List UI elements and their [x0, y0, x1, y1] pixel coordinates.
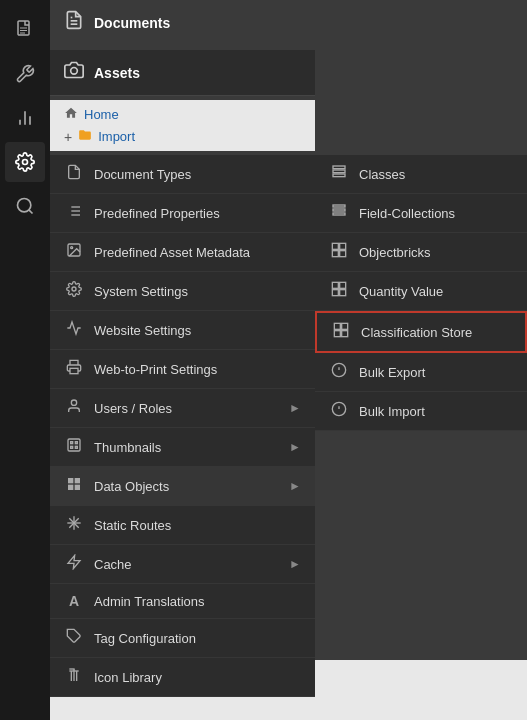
assets-nav[interactable]: Assets → — [50, 50, 360, 96]
breadcrumb-import-row: + Import — [50, 126, 360, 151]
svg-rect-45 — [333, 170, 345, 173]
sidebar-settings-icon[interactable] — [5, 142, 45, 182]
menu-item-predefined-asset-metadata[interactable]: Predefined Asset Metadata — [50, 233, 315, 272]
document-types-label: Document Types — [94, 167, 191, 182]
system-settings-label: System Settings — [94, 284, 188, 299]
svg-rect-61 — [342, 331, 348, 337]
svg-rect-22 — [70, 368, 78, 373]
content-area — [315, 0, 527, 155]
sidebar-search-icon[interactable] — [5, 186, 45, 226]
svg-rect-51 — [340, 243, 346, 249]
main-menu: Document Types Predefined Properties Pre… — [50, 155, 315, 697]
svg-rect-29 — [68, 478, 73, 483]
menu-item-static-routes[interactable]: Static Routes — [50, 506, 315, 545]
svg-rect-27 — [71, 446, 73, 448]
objectbricks-label: Objectbricks — [359, 245, 431, 260]
quantity-value-icon — [329, 281, 349, 301]
data-objects-icon — [64, 476, 84, 496]
sidebar-wrench-icon[interactable] — [5, 54, 45, 94]
sidebar-files-icon[interactable] — [5, 10, 45, 50]
svg-rect-53 — [340, 251, 346, 257]
menu-item-users-roles[interactable]: Users / Roles ► — [50, 389, 315, 428]
icon-library-label: Icon Library — [94, 670, 162, 685]
predefined-properties-label: Predefined Properties — [94, 206, 220, 221]
menu-item-data-objects[interactable]: Data Objects ► — [50, 467, 315, 506]
folder-icon — [78, 128, 92, 145]
data-objects-label: Data Objects — [94, 479, 169, 494]
field-collections-icon — [329, 203, 349, 223]
submenu-item-bulk-import[interactable]: Bulk Import — [315, 392, 527, 431]
svg-point-23 — [71, 400, 76, 405]
svg-rect-55 — [340, 282, 346, 288]
classes-label: Classes — [359, 167, 405, 182]
breadcrumb: Home — [50, 100, 360, 129]
classification-store-label: Classification Store — [361, 325, 472, 340]
admin-translations-label: Admin Translations — [94, 594, 205, 609]
static-routes-label: Static Routes — [94, 518, 171, 533]
static-routes-icon — [64, 515, 84, 535]
svg-rect-46 — [333, 174, 345, 177]
menu-item-website-settings[interactable]: Website Settings — [50, 311, 315, 350]
cache-icon — [64, 554, 84, 574]
admin-translations-icon: A — [64, 593, 84, 609]
bulk-import-label: Bulk Import — [359, 404, 425, 419]
svg-rect-26 — [75, 442, 77, 444]
svg-rect-30 — [75, 478, 80, 483]
svg-rect-60 — [334, 331, 340, 337]
documents-nav[interactable]: Documents → — [50, 0, 360, 45]
menu-item-tag-configuration[interactable]: Tag Configuration — [50, 619, 315, 658]
menu-item-web-to-print[interactable]: Web-to-Print Settings — [50, 350, 315, 389]
menu-item-cache[interactable]: Cache ► — [50, 545, 315, 584]
submenu-item-field-collections[interactable]: Field-Collections — [315, 194, 527, 233]
sidebar-analytics-icon[interactable] — [5, 98, 45, 138]
assets-label: Assets — [94, 65, 140, 81]
submenu-item-quantity-value[interactable]: Quantity Value — [315, 272, 527, 311]
sidebar — [0, 0, 50, 720]
menu-item-predefined-properties[interactable]: Predefined Properties — [50, 194, 315, 233]
submenu-item-classification-store[interactable]: Classification Store — [315, 311, 527, 353]
svg-rect-58 — [334, 323, 340, 329]
submenu-item-objectbricks[interactable]: Objectbricks — [315, 233, 527, 272]
svg-point-8 — [18, 199, 31, 212]
website-settings-icon — [64, 320, 84, 340]
predefined-properties-icon — [64, 203, 84, 223]
svg-point-21 — [72, 287, 76, 291]
import-link[interactable]: Import — [98, 129, 135, 144]
field-collections-label: Field-Collections — [359, 206, 455, 221]
menu-item-admin-translations[interactable]: A Admin Translations — [50, 584, 315, 619]
thumbnails-label: Thumbnails — [94, 440, 161, 455]
menu-item-document-types[interactable]: Document Types — [50, 155, 315, 194]
svg-rect-57 — [340, 290, 346, 296]
svg-point-7 — [23, 160, 28, 165]
predefined-asset-icon — [64, 242, 84, 262]
cache-arrow: ► — [289, 557, 301, 571]
tag-configuration-icon — [64, 628, 84, 648]
bulk-export-label: Bulk Export — [359, 365, 425, 380]
documents-icon — [64, 10, 84, 35]
home-icon — [64, 106, 78, 123]
submenu-item-bulk-export[interactable]: Bulk Export — [315, 353, 527, 392]
thumbnails-icon — [64, 437, 84, 457]
svg-rect-54 — [332, 282, 338, 288]
submenu-item-classes[interactable]: Classes — [315, 155, 527, 194]
bulk-import-icon — [329, 401, 349, 421]
cache-label: Cache — [94, 557, 132, 572]
svg-rect-49 — [333, 213, 345, 215]
menu-item-icon-library[interactable]: Icon Library — [50, 658, 315, 697]
predefined-asset-metadata-label: Predefined Asset Metadata — [94, 245, 250, 260]
svg-rect-52 — [332, 251, 338, 257]
web-to-print-label: Web-to-Print Settings — [94, 362, 217, 377]
svg-rect-56 — [332, 290, 338, 296]
thumbnails-arrow: ► — [289, 440, 301, 454]
classes-icon — [329, 164, 349, 184]
svg-marker-37 — [68, 555, 80, 568]
svg-line-9 — [29, 210, 33, 214]
svg-rect-47 — [333, 205, 345, 207]
menu-item-thumbnails[interactable]: Thumbnails ► — [50, 428, 315, 467]
home-link[interactable]: Home — [84, 107, 119, 122]
documents-label: Documents — [94, 15, 170, 31]
classification-store-icon — [331, 322, 351, 342]
menu-item-system-settings[interactable]: System Settings — [50, 272, 315, 311]
svg-rect-32 — [75, 485, 80, 490]
svg-point-20 — [71, 247, 73, 249]
